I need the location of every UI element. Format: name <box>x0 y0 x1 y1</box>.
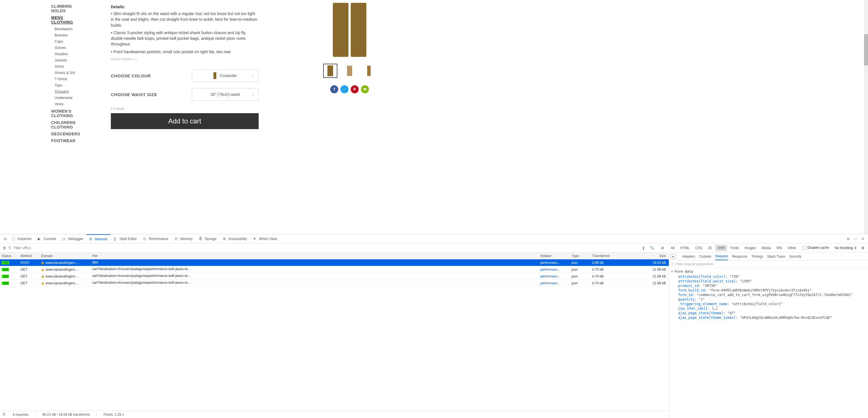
memory-icon: ☷ <box>175 237 179 241</box>
filter-all[interactable]: All <box>669 245 677 251</box>
col-domain[interactable]: Domain <box>41 254 92 258</box>
category-mens-clothing[interactable]: MENS CLOTHING <box>51 16 85 25</box>
filter-js[interactable]: JS <box>706 245 714 251</box>
stopwatch-icon: ⏱ <box>2 413 6 417</box>
product-hero-image <box>315 0 384 57</box>
subcat-jackets[interactable]: Jackets <box>55 58 85 62</box>
network-row[interactable]: 200GET🔒www.bananafingers.…cart?destinati… <box>0 280 669 287</box>
resend-icon[interactable]: ▶ <box>671 254 676 259</box>
subcat-tshirts[interactable]: T-Shirts <box>55 77 85 81</box>
page-scrollbar[interactable] <box>864 0 868 234</box>
filter-ws[interactable]: WS <box>774 245 784 251</box>
subcat-vests[interactable]: Vests <box>55 102 85 106</box>
subcat-hoodies[interactable]: Hoodies <box>55 52 85 56</box>
col-status[interactable]: Status <box>0 254 21 258</box>
filter-xhr[interactable]: XHR <box>715 245 727 251</box>
tab-network[interactable]: ⇅Network <box>86 234 110 243</box>
block-icon[interactable]: ⊘ <box>658 246 668 250</box>
subcat-shirts[interactable]: Shirts <box>55 64 85 68</box>
product-thumb-3[interactable] <box>362 64 376 78</box>
waist-size-select[interactable]: 30" (76cm) waist ⌄ <box>192 88 259 101</box>
colour-select[interactable]: Coriander ⌄ <box>192 69 259 82</box>
filter-html[interactable]: HTML <box>678 245 692 251</box>
col-method[interactable]: Method <box>21 254 41 258</box>
req-tab-security[interactable]: Security <box>789 255 801 259</box>
subcat-beanies[interactable]: Beanies <box>55 33 85 37</box>
subcat-shorts[interactable]: Shorts & 3/4 <box>55 70 85 75</box>
filter-fonts[interactable]: Fonts <box>728 245 741 251</box>
detail-bullet: • Front handwarmer pockets, small coin p… <box>111 49 259 55</box>
form-data-section[interactable]: Form data <box>675 270 693 273</box>
request-filter[interactable]: ▽ Filter request parameters <box>669 261 868 268</box>
col-initiator[interactable]: Initiator <box>540 254 571 258</box>
subcat-gloves[interactable]: Gloves <box>55 46 85 50</box>
tab-storage[interactable]: 🗄Storage <box>196 234 219 243</box>
tab-performance[interactable]: ◷Performance <box>140 234 171 243</box>
product-thumb-1[interactable] <box>323 64 337 78</box>
req-tab-response[interactable]: Response <box>732 255 747 259</box>
share-pinterest-icon[interactable]: P <box>351 85 359 93</box>
filter-css[interactable]: CSS <box>693 245 705 251</box>
tab-console[interactable]: ▶Console <box>35 234 59 243</box>
stock-text: 2 in stock <box>111 107 259 110</box>
devtools: ⧉ ⬚Inspector ▶Console ◻Debugger ⇅Network… <box>0 234 868 418</box>
disable-cache-checkbox[interactable]: Disable cache <box>800 246 832 250</box>
category-climbing-holds[interactable]: CLIMBING HOLDS <box>51 4 85 13</box>
debugger-icon: ◻ <box>62 237 66 241</box>
subcat-tops[interactable]: Tops <box>55 83 85 87</box>
subcat-trousers[interactable]: Trousers <box>55 89 85 94</box>
tab-memory[interactable]: ☷Memory <box>172 234 195 243</box>
req-tab-cookies[interactable]: Cookies <box>699 255 711 259</box>
share-facebook-icon[interactable]: f <box>330 85 338 93</box>
category-descenders[interactable]: DESCENDERS <box>51 132 85 136</box>
show-more-link[interactable]: SHOW MORE >> <box>111 57 259 61</box>
req-tab-timings[interactable]: Timings <box>751 255 763 259</box>
req-tab-headers[interactable]: Headers <box>682 255 695 259</box>
category-childrens-clothing[interactable]: CHILDRENS CLOTHING <box>51 120 85 129</box>
whats-new-icon: ✦ <box>253 237 257 241</box>
category-footwear[interactable]: FOOTWEAR <box>51 139 85 143</box>
col-size[interactable]: Size <box>640 254 669 258</box>
category-womens-clothing[interactable]: WOMEN'S CLOTHING <box>51 109 85 118</box>
col-transferred[interactable]: Transferred <box>592 254 640 258</box>
subcat-baselayers[interactable]: Baselayers <box>55 27 85 31</box>
col-file[interactable]: File <box>92 254 540 258</box>
subcat-underwear[interactable]: Underwear <box>55 95 85 100</box>
status-finish: Finish: 1.29 s <box>103 413 124 417</box>
share-email-icon[interactable]: ✉ <box>361 85 369 93</box>
tab-inspector[interactable]: ⬚Inspector <box>9 234 34 243</box>
close-icon[interactable]: ✕ <box>860 235 866 242</box>
inspect-element-icon[interactable]: ⧉ <box>2 235 8 242</box>
add-to-cart-button[interactable]: Add to cart <box>111 113 259 129</box>
throttling-select[interactable]: No throttling ⇕ <box>833 246 859 250</box>
disclosure-triangle-icon[interactable]: ▼ <box>671 270 673 273</box>
tab-debugger[interactable]: ◻Debugger <box>59 234 86 243</box>
share-twitter-icon[interactable]: 🐦 <box>340 85 348 93</box>
filter-images[interactable]: Images <box>742 245 758 251</box>
pause-icon[interactable]: ‖ <box>640 246 647 250</box>
clear-icon[interactable]: 🗑 <box>2 245 7 251</box>
form-data-row: attributes[field_color]: "730" <box>678 275 866 279</box>
req-tab-request[interactable]: Request <box>715 252 728 260</box>
network-row[interactable]: 200GET🔒www.bananafingers.…cart?destinati… <box>0 273 669 280</box>
network-row[interactable]: 200GET🔒www.bananafingers.…cart?destinati… <box>0 266 669 273</box>
style-editor-icon: {} <box>114 237 118 241</box>
req-tab-stack-trace[interactable]: Stack Trace <box>767 255 785 259</box>
filter-url-input[interactable] <box>13 246 70 250</box>
tab-whats-new[interactable]: ✦What's New <box>250 234 280 243</box>
dock-side-icon[interactable]: ⧉ <box>845 235 851 242</box>
network-row[interactable]: 200POST🔒www.bananafingers.…ajaxperforman… <box>0 259 669 266</box>
subcat-caps[interactable]: Caps <box>55 39 85 43</box>
more-icon[interactable]: ⋯ <box>852 235 859 242</box>
waist-size-value: 30" (76cm) waist <box>211 92 240 97</box>
waist-size-label: CHOOSE WAIST SIZE <box>111 92 157 97</box>
product-thumb-2[interactable] <box>342 64 357 78</box>
har-settings-icon[interactable]: ⚙ <box>860 246 866 250</box>
col-type[interactable]: Type <box>571 254 592 258</box>
tab-accessibility[interactable]: ✲Accessibility <box>220 234 250 243</box>
network-table: Status Method Domain File Initiator Type… <box>0 252 669 418</box>
search-icon[interactable]: 🔍 <box>648 246 656 250</box>
filter-other[interactable]: Other <box>785 245 799 251</box>
filter-media[interactable]: Media <box>760 245 773 251</box>
tab-style-editor[interactable]: {}Style Editor <box>111 234 140 243</box>
